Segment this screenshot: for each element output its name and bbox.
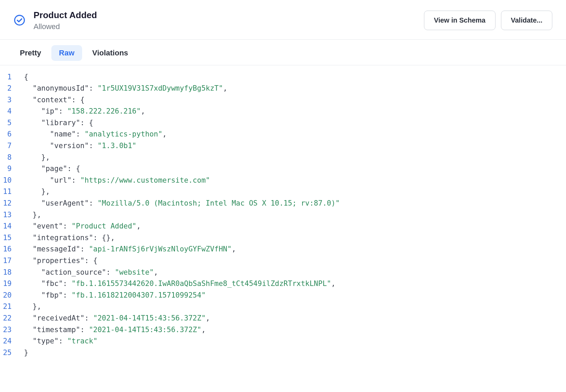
line-content: "timestamp": "2021-04-14T15:43:56.372Z", <box>24 324 566 336</box>
line-content: { <box>24 71 566 83</box>
code-line: 13 }, <box>0 209 566 221</box>
line-number: 25 <box>0 347 24 359</box>
line-content: }, <box>24 186 566 198</box>
code-line: 12 "userAgent": "Mozilla/5.0 (Macintosh;… <box>0 198 566 209</box>
line-content: "context": { <box>24 94 566 106</box>
check-circle-icon <box>14 14 25 26</box>
tabs: Pretty Raw Violations <box>0 40 566 65</box>
line-number: 24 <box>0 336 24 347</box>
tab-raw[interactable]: Raw <box>51 45 82 61</box>
code-line: 22 "receivedAt": "2021-04-14T15:43:56.37… <box>0 313 566 324</box>
line-number: 6 <box>0 129 24 140</box>
line-number: 13 <box>0 209 24 221</box>
code-line: 10 "url": "https://www.customersite.com" <box>0 175 566 186</box>
line-number: 14 <box>0 221 24 232</box>
page-subtitle: Allowed <box>34 22 424 31</box>
code-line: 15 "integrations": {}, <box>0 232 566 244</box>
line-number: 12 <box>0 198 24 209</box>
line-number: 15 <box>0 232 24 244</box>
page-title: Product Added <box>34 10 424 21</box>
line-content: "integrations": {}, <box>24 232 566 244</box>
line-number: 9 <box>0 163 24 175</box>
line-number: 20 <box>0 290 24 301</box>
code-line: 21 }, <box>0 301 566 313</box>
tab-pretty[interactable]: Pretty <box>12 45 49 61</box>
line-number: 2 <box>0 83 24 94</box>
line-content: "name": "analytics-python", <box>24 129 566 140</box>
line-number: 10 <box>0 175 24 186</box>
code-line: 11 }, <box>0 186 566 198</box>
code-line: 17 "properties": { <box>0 255 566 267</box>
code-line: 14 "event": "Product Added", <box>0 221 566 232</box>
line-number: 7 <box>0 140 24 152</box>
line-content: "ip": "158.222.226.216", <box>24 106 566 117</box>
line-content: "fbp": "fb.1.1618212004307.1571099254" <box>24 290 566 301</box>
line-content: "properties": { <box>24 255 566 267</box>
line-number: 3 <box>0 94 24 106</box>
code-line: 1{ <box>0 71 566 83</box>
code-line: 4 "ip": "158.222.226.216", <box>0 106 566 117</box>
line-content: "userAgent": "Mozilla/5.0 (Macintosh; In… <box>24 198 566 209</box>
code-line: 18 "action_source": "website", <box>0 267 566 278</box>
line-content: "anonymousId": "1r5UX19V31S7xdDywmyfyBg5… <box>24 83 566 94</box>
header: Product Added Allowed View in Schema Val… <box>0 0 566 40</box>
code-line: 20 "fbp": "fb.1.1618212004307.1571099254… <box>0 290 566 301</box>
code-line: 7 "version": "1.3.0b1" <box>0 140 566 152</box>
code-line: 24 "type": "track" <box>0 336 566 347</box>
line-number: 1 <box>0 71 24 83</box>
line-content: "url": "https://www.customersite.com" <box>24 175 566 186</box>
line-number: 5 <box>0 117 24 129</box>
line-number: 8 <box>0 152 24 164</box>
line-content: "library": { <box>24 117 566 129</box>
line-content: "action_source": "website", <box>24 267 566 278</box>
code-line: 25} <box>0 347 566 359</box>
code-line: 23 "timestamp": "2021-04-14T15:43:56.372… <box>0 324 566 336</box>
line-content: "fbc": "fb.1.1615573442620.IwAR0aQbSaShF… <box>24 278 566 290</box>
header-titles: Product Added Allowed <box>34 10 424 31</box>
line-content: "version": "1.3.0b1" <box>24 140 566 152</box>
line-number: 19 <box>0 278 24 290</box>
line-number: 17 <box>0 255 24 267</box>
code-line: 2 "anonymousId": "1r5UX19V31S7xdDywmyfyB… <box>0 83 566 94</box>
code-line: 8 }, <box>0 152 566 164</box>
line-number: 16 <box>0 244 24 255</box>
tab-violations[interactable]: Violations <box>85 45 136 61</box>
status-icon-wrap <box>14 14 25 26</box>
line-content: "messageId": "api-1rANfSj6rVjWszNloyGYFw… <box>24 244 566 255</box>
line-number: 4 <box>0 106 24 117</box>
line-number: 23 <box>0 324 24 336</box>
line-number: 21 <box>0 301 24 313</box>
validate-button[interactable]: Validate... <box>501 11 552 30</box>
line-content: "type": "track" <box>24 336 566 347</box>
line-content: }, <box>24 301 566 313</box>
code-line: 16 "messageId": "api-1rANfSj6rVjWszNloyG… <box>0 244 566 255</box>
view-schema-button[interactable]: View in Schema <box>424 11 496 30</box>
line-content: }, <box>24 152 566 164</box>
line-number: 22 <box>0 313 24 324</box>
code-line: 5 "library": { <box>0 117 566 129</box>
code-line: 9 "page": { <box>0 163 566 175</box>
line-content: "page": { <box>24 163 566 175</box>
line-content: }, <box>24 209 566 221</box>
line-number: 11 <box>0 186 24 198</box>
line-number: 18 <box>0 267 24 278</box>
svg-point-0 <box>15 15 24 25</box>
code-line: 3 "context": { <box>0 94 566 106</box>
line-content: "event": "Product Added", <box>24 221 566 232</box>
header-actions: View in Schema Validate... <box>424 11 552 30</box>
line-content: } <box>24 347 566 359</box>
code-viewer: 1{2 "anonymousId": "1r5UX19V31S7xdDywmyf… <box>0 65 566 373</box>
code-line: 19 "fbc": "fb.1.1615573442620.IwAR0aQbSa… <box>0 278 566 290</box>
line-content: "receivedAt": "2021-04-14T15:43:56.372Z"… <box>24 313 566 324</box>
code-line: 6 "name": "analytics-python", <box>0 129 566 140</box>
